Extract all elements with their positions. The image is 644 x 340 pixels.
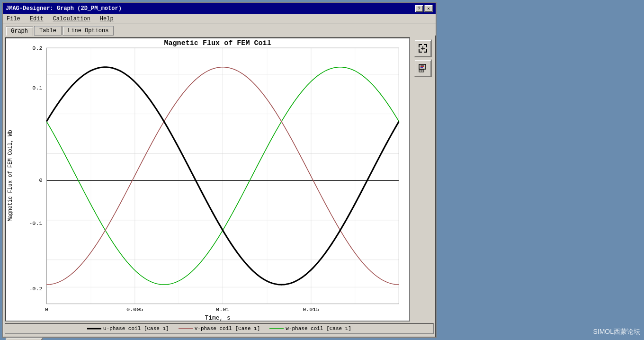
help-button[interactable]: Help...	[6, 338, 43, 340]
sidebar-buttons	[412, 37, 434, 322]
svg-text:-0.2: -0.2	[29, 286, 43, 292]
tab-graph[interactable]: Graph	[6, 27, 33, 36]
menu-edit[interactable]: Edit	[28, 15, 45, 23]
legend-u-label: U-phase coil [Case 1]	[103, 326, 169, 331]
menu-bar: File Edit Calculation Help	[3, 14, 436, 24]
close-title-button[interactable]: ✕	[424, 5, 433, 12]
svg-text:0.015: 0.015	[303, 306, 320, 313]
edit-icon	[417, 63, 429, 74]
graph-title: Magnetic Flux of FEM Coil	[164, 40, 271, 47]
graph-svg: 0.2 0.1 0 -0.1 -0.2 0 0.005 0.01 0.015 M…	[6, 38, 409, 321]
legend-u-phase: U-phase coil [Case 1]	[87, 326, 169, 331]
svg-text:0.2: 0.2	[32, 45, 42, 52]
svg-text:0: 0	[45, 306, 48, 313]
legend-v-phase: V-phase coil [Case 1]	[179, 326, 260, 331]
app-window: JMAG-Designer: Graph (2D_PM_motor) ? ✕ F…	[2, 2, 437, 338]
legend-w-phase: W-phase coil [Case 1]	[269, 326, 351, 331]
svg-text:-0.1: -0.1	[29, 220, 43, 226]
fit-view-button[interactable]	[414, 39, 432, 57]
help-title-button[interactable]: ?	[415, 5, 423, 12]
menu-calculation[interactable]: Calculation	[51, 15, 92, 23]
fit-icon	[417, 43, 429, 54]
title-text: JMAG-Designer: Graph (2D_PM_motor)	[6, 5, 122, 12]
svg-rect-32	[426, 44, 427, 47]
svg-rect-36	[426, 49, 427, 53]
menu-file[interactable]: File	[5, 15, 22, 23]
legend-w-label: W-phase coil [Case 1]	[286, 326, 351, 331]
tab-table[interactable]: Table	[34, 26, 62, 36]
title-buttons: ? ✕	[415, 5, 433, 12]
legend-w-line	[269, 326, 284, 331]
legend-u-line	[87, 326, 101, 331]
svg-text:0.005: 0.005	[126, 306, 143, 313]
menu-help[interactable]: Help	[98, 15, 116, 23]
tab-line-options[interactable]: Line Options	[63, 26, 114, 36]
watermark: SIMOL西蒙论坛	[593, 328, 640, 336]
title-bar: JMAG-Designer: Graph (2D_PM_motor) ? ✕	[3, 3, 436, 14]
tab-bar: Graph Table Line Options	[3, 24, 436, 36]
legend-bar: U-phase coil [Case 1] V-phase coil [Case…	[5, 323, 434, 334]
svg-rect-30	[419, 44, 420, 47]
legend-v-line	[179, 326, 193, 331]
legend-v-label: V-phase coil [Case 1]	[195, 326, 260, 331]
help-btn-bar: Help...	[3, 336, 436, 340]
x-axis-label: Time, s	[205, 315, 230, 321]
edit-button[interactable]	[414, 59, 432, 77]
svg-rect-34	[419, 49, 420, 53]
svg-text:0.1: 0.1	[32, 85, 42, 91]
graph-container: 0.2 0.1 0 -0.1 -0.2 0 0.005 0.01 0.015 M…	[5, 37, 410, 322]
content-area: 0.2 0.1 0 -0.1 -0.2 0 0.005 0.01 0.015 M…	[3, 36, 436, 323]
svg-text:0: 0	[39, 177, 43, 183]
y-axis-label: Magnetic Flux of FEM Coil, Wb	[7, 130, 13, 221]
svg-text:0.01: 0.01	[216, 306, 230, 313]
